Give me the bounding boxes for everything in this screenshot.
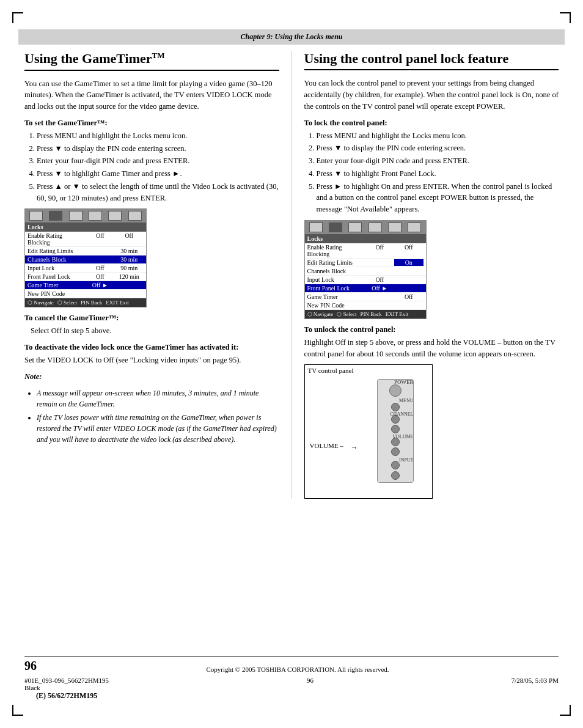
right-menu-row-7: New PIN Code: [305, 301, 426, 310]
volume-down-icon: [391, 447, 400, 456]
left-section-title: Using the GameTimerTM: [24, 51, 279, 71]
menu-row-5: Front Panel Lock Off 120 min: [25, 273, 146, 281]
menu-icon-r1: [309, 222, 323, 232]
menu-icon-r6: [408, 222, 421, 232]
input-button-icon: [391, 461, 400, 469]
cancel-gametimer-text: Select Off in step 5 above.: [31, 325, 279, 337]
corner-mark-tl: [12, 12, 23, 23]
note-bullet-1: A message will appear on-screen when 10 …: [37, 388, 279, 410]
left-column: Using the GameTimerTM You can use the Ga…: [24, 51, 292, 499]
tv-panel-diagram: TV control panel POWER MENU: [304, 364, 433, 499]
menu-row-6-highlighted: Game Timer Off ►: [25, 281, 146, 290]
unlock-text: Highlight Off in step 5 above, or press …: [304, 337, 559, 360]
note-bullet-2: If the TV loses power with time remainin…: [37, 412, 279, 445]
lock-step-4: Press ▼ to highlight Front Panel Lock.: [317, 168, 559, 180]
right-section-title: Using the control panel lock feature: [304, 51, 559, 70]
menu-icon-3: [69, 211, 82, 221]
panel-shape: [377, 379, 414, 483]
tv-panel-label: TV control panel: [305, 365, 432, 376]
left-menu-title: Locks: [25, 222, 146, 232]
right-menu-footer: ⬡ Navigate ⬡ Select PIN Back EXIT Exit: [305, 310, 426, 318]
corner-mark-br: [560, 705, 571, 716]
menu-header-icons: [25, 209, 146, 222]
left-menu-footer: ⬡ Navigate ⬡ Select PIN Back EXIT Exit: [25, 298, 146, 307]
right-menu-row-6: Game Timer Off: [305, 293, 426, 301]
step-item: Press ▲ or ▼ to select the length of tim…: [37, 181, 279, 204]
footer-code: #01E_093-096_566272HM195 Black (E) 56/62…: [24, 677, 109, 700]
footer-page-num: 96: [307, 677, 314, 700]
lock-step-1: Press MENU and highlight the Locks menu …: [317, 130, 559, 142]
menu-icon-r5: [388, 222, 402, 232]
right-column: Using the control panel lock feature You…: [292, 51, 559, 499]
extra-button-icon: [391, 471, 400, 480]
unlock-heading: To unlock the control panel:: [304, 325, 559, 334]
page-number: 96: [24, 659, 37, 673]
lock-step-5: Press ► to highlight On and press ENTER.…: [317, 181, 559, 215]
set-gametimer-steps: Press MENU and highlight the Locks menu …: [37, 130, 279, 204]
menu-icon-6: [128, 211, 142, 221]
content-area: Using the GameTimerTM You can use the Ga…: [24, 51, 559, 499]
right-menu-header-icons: [305, 221, 426, 234]
volume-minus-label: VOLUME –: [310, 442, 343, 449]
menu-icon-r3: [348, 222, 362, 232]
deactivate-heading: To deactivate the video lock once the Ga…: [24, 343, 279, 352]
lock-panel-steps: Press MENU and highlight the Locks menu …: [317, 130, 559, 215]
right-intro: You can lock the control panel to preven…: [304, 78, 559, 112]
right-menu-title: Locks: [305, 234, 426, 243]
tv-panel-body: POWER MENU CHANNEL VOLUME INPUT VOLUME –…: [305, 376, 432, 489]
menu-icon-2: [49, 211, 62, 221]
left-intro: You can use the GameTimer to set a time …: [24, 78, 279, 112]
corner-mark-bl: [12, 705, 23, 716]
menu-row-7: New PIN Code: [25, 290, 146, 298]
menu-icon-4: [89, 211, 102, 221]
menu-row-1: Enable Rating Blocking Off Off: [25, 232, 146, 247]
menu-row-3-highlighted: Channels Block 30 min: [25, 256, 146, 264]
step-item: Press MENU and highlight the Locks menu …: [37, 130, 279, 142]
right-menu-row-2: Edit Rating Limits On: [305, 259, 426, 267]
step-item: Press ▼ to display the PIN code entering…: [37, 143, 279, 155]
power-label: POWER: [394, 379, 414, 385]
note-label: Note:: [24, 371, 279, 383]
chapter-header: Chapter 9: Using the Locks menu: [18, 29, 565, 45]
step-item: Press ▼ to highlight Game Timer and pres…: [37, 168, 279, 180]
left-menu-screenshot: Locks Enable Rating Blocking Off Off Edi…: [24, 208, 147, 307]
lock-step-2: Press ▼ to display the PIN code entering…: [317, 142, 559, 154]
note-bullets: A message will appear on-screen when 10 …: [37, 388, 279, 445]
menu-icon-r2: [329, 222, 342, 232]
menu-button-icon: [391, 403, 400, 411]
deactivate-text: Set the VIDEO LOCK to Off (see "Locking …: [24, 355, 279, 366]
footer-center: Copyright © 2005 TOSHIBA CORPORATION. Al…: [206, 666, 389, 673]
page-footer: 96 Copyright © 2005 TOSHIBA CORPORATION.…: [24, 656, 559, 700]
lock-step-3: Enter your four-digit PIN code and press…: [317, 155, 559, 167]
menu-row-2: Edit Rating Limits 30 min: [25, 247, 146, 256]
cancel-gametimer-heading: To cancel the GameTimer™:: [24, 314, 279, 323]
step-item: Enter your four-digit PIN code and press…: [37, 155, 279, 167]
footer-line: 96 Copyright © 2005 TOSHIBA CORPORATION.…: [24, 656, 559, 673]
footer-left: 96: [24, 659, 37, 673]
set-gametimer-heading: To set the GameTimer™:: [24, 119, 279, 128]
footer-bottom: #01E_093-096_566272HM195 Black (E) 56/62…: [24, 677, 559, 700]
menu-icon-1: [29, 211, 43, 221]
channel-down-icon: [391, 425, 400, 433]
right-menu-row-5-highlighted: Front Panel Lock Off ►: [305, 284, 426, 293]
volume-arrow-icon: →: [351, 443, 358, 452]
footer-date: 7/28/05, 5:03 PM: [512, 677, 559, 700]
menu-icon-r4: [369, 222, 382, 232]
volume-label-panel: VOLUME: [392, 434, 413, 439]
power-button-icon: [389, 384, 402, 397]
input-label: INPUT: [399, 457, 414, 463]
right-menu-screenshot: Locks Enable Rating Blocking Off Off Edi…: [304, 220, 427, 319]
right-menu-row-3: Channels Block: [305, 267, 426, 276]
channel-label: CHANNEL: [390, 411, 413, 417]
menu-row-4: Input Lock Off 90 min: [25, 264, 146, 273]
right-menu-row-4: Input Lock Off: [305, 276, 426, 284]
menu-icon-5: [108, 211, 122, 221]
corner-mark-tr: [560, 12, 571, 23]
right-menu-row-1: Enable Rating Blocking Off Off: [305, 243, 426, 259]
menu-label: MENU: [399, 398, 414, 403]
lock-panel-heading: To lock the control panel:: [304, 119, 559, 128]
